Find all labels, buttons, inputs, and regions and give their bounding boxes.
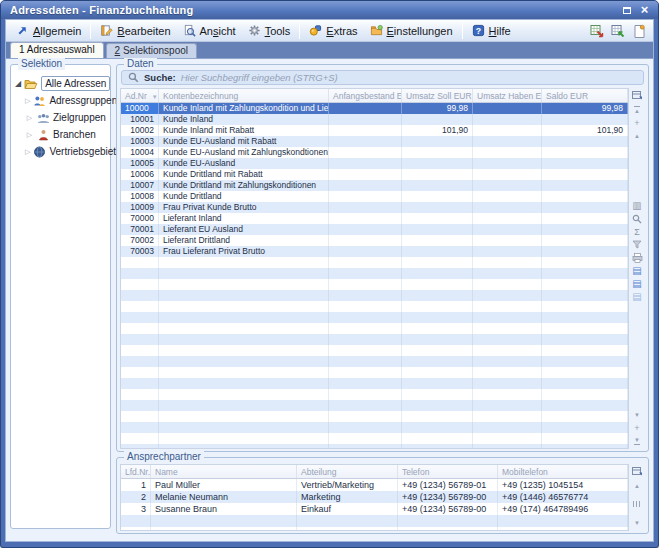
daten-empty-row[interactable] [121,422,628,433]
column-header[interactable]: Name [151,465,297,478]
collapsed-icon[interactable] [25,97,30,105]
daten-row[interactable]: 10009Frau Privat Kunde Brutto [121,202,628,213]
column-chooser-button[interactable] [631,88,644,101]
empty-cell [402,345,473,356]
column-header[interactable]: Umsatz Haben EUR [473,89,542,102]
daten-row[interactable]: 10006Kunde Drittland mit Rabatt [121,169,628,180]
column-header[interactable]: Kontenbezeichnung [159,89,329,102]
daten-row[interactable]: 10007Kunde Drittland mit Zahlungskonditi… [121,180,628,191]
column-chooser-button[interactable] [631,464,644,477]
empty-cell [402,367,473,378]
collapsed-icon[interactable] [25,114,34,122]
daten-empty-row[interactable] [121,345,628,356]
empty-cell [159,433,329,444]
menu-ansicht[interactable]: Ansicht [177,22,242,39]
grid-settings-button[interactable] [631,199,644,212]
page-up-button[interactable] [631,116,644,129]
daten-row[interactable]: 10001Kunde Inland [121,114,628,125]
daten-row[interactable]: 70002Lieferant Drittland [121,235,628,246]
filter-button[interactable] [631,238,644,251]
daten-row[interactable]: 10004Kunde EU-Ausland mit Zahlungskondti… [121,147,628,158]
column-header[interactable]: Saldo EUR [542,89,628,102]
daten-empty-row[interactable] [121,290,628,301]
cell-name: Melanie Neumann [151,491,297,503]
daten-row[interactable]: 10003Kunde EU-Ausland mit Rabatt [121,136,628,147]
summary-button[interactable] [631,225,644,238]
tab-adressauswahl[interactable]: 1 Adressauswahl [10,42,104,58]
tree-item-vertriebsgebiete[interactable]: Vertriebsgebiete [15,143,108,160]
restore-button[interactable] [619,4,634,17]
cell-soll [402,136,473,147]
column-header[interactable]: Lfd.Nr. [121,465,151,478]
collapsed-icon[interactable] [25,131,34,139]
daten-row[interactable]: 70000Lieferant Inland [121,213,628,224]
daten-empty-row[interactable] [121,301,628,312]
daten-empty-row[interactable] [121,312,628,323]
column-header[interactable]: Telefon [398,465,498,478]
column-header[interactable]: Mobiltelefon [498,465,628,478]
menu-hilfe[interactable]: ? Hilfe [466,22,517,39]
globe-icon [33,146,46,158]
view-3-button[interactable] [631,290,644,303]
column-header[interactable]: Abteilung [297,465,398,478]
row-up-button[interactable] [631,129,644,142]
ansprechpartner-row[interactable]: 3Susanne BraunEinkauf+49 (1234) 56789-00… [121,503,628,515]
daten-empty-row[interactable] [121,268,628,279]
ansprechpartner-empty-row[interactable] [121,515,628,527]
menu-extras[interactable]: Extras [303,22,363,39]
daten-empty-row[interactable] [121,378,628,389]
daten-empty-row[interactable] [121,400,628,411]
menu-tools[interactable]: Tools [242,22,297,39]
daten-empty-row[interactable] [121,257,628,268]
expanded-icon[interactable] [15,79,21,88]
menu-bearbeiten[interactable]: Bearbeiten [94,22,176,39]
ansprechpartner-row[interactable]: 2Melanie NeumannMarketing+49 (1234) 5678… [121,491,628,503]
daten-empty-row[interactable] [121,323,628,334]
resize-grip-icon[interactable] [633,501,642,507]
titlebar[interactable]: Adressdaten - Finanzbuchhaltung [1,1,658,19]
daten-empty-row[interactable] [121,411,628,422]
table-export-button[interactable] [587,22,607,40]
table-import-button[interactable] [608,22,628,40]
row-down-button[interactable] [631,408,644,421]
tree-item-alle-adressen[interactable]: Alle Adressen [15,75,108,92]
scroll-down-button[interactable] [631,516,644,529]
daten-row[interactable]: 70003Frau Lieferant Privat Brutto [121,246,628,257]
scroll-top-button[interactable] [631,103,644,116]
daten-empty-row[interactable] [121,433,628,444]
print-button[interactable] [631,251,644,264]
view-2-button[interactable] [631,277,644,290]
daten-empty-row[interactable] [121,444,628,448]
daten-empty-row[interactable] [121,367,628,378]
tree-item-zielgruppen[interactable]: Zielgruppen [15,109,108,126]
scroll-bottom-button[interactable] [631,434,644,447]
daten-row[interactable]: 10000Kunde Inland mit Zahlungskondition … [121,103,628,114]
page-down-button[interactable] [631,421,644,434]
daten-empty-row[interactable] [121,334,628,345]
daten-row[interactable]: 10008Kunde Drittland [121,191,628,202]
column-header[interactable]: Ad.Nr [121,89,159,102]
view-1-button[interactable] [631,264,644,277]
daten-empty-row[interactable] [121,356,628,367]
menu-einstellungen[interactable]: Einstellungen [364,22,459,39]
search-field[interactable]: Suche: Hier Suchbegriff eingeben (STRG+S… [121,70,644,85]
tree-item-adressgruppen[interactable]: Adressgruppen [15,92,108,109]
column-header[interactable]: Umsatz Soll EUR [402,89,473,102]
tree-item-branchen[interactable]: Branchen [15,126,108,143]
daten-row[interactable]: 10005Kunde EU-Ausland [121,158,628,169]
empty-cell [473,433,542,444]
collapsed-icon[interactable] [25,148,30,156]
daten-row[interactable]: 70001Lieferant EU Ausland [121,224,628,235]
daten-row[interactable]: 10002Kunde Inland mit Rabatt101,90101,90 [121,125,628,136]
menu-allgemein[interactable]: Allgemein [10,22,87,39]
search-rail-button[interactable] [631,212,644,225]
new-page-button[interactable] [629,22,649,40]
scroll-up-button[interactable] [631,479,644,492]
daten-empty-row[interactable] [121,279,628,290]
daten-empty-row[interactable] [121,389,628,400]
ansprechpartner-empty-row[interactable] [121,527,628,530]
tab-selektionspool[interactable]: 2 Selektionspool [106,43,197,58]
column-header[interactable]: Anfangsbestand EUR [329,89,402,102]
close-button[interactable] [637,4,652,17]
ansprechpartner-row[interactable]: 1Paul MüllerVertrieb/Marketing+49 (1234)… [121,479,628,491]
